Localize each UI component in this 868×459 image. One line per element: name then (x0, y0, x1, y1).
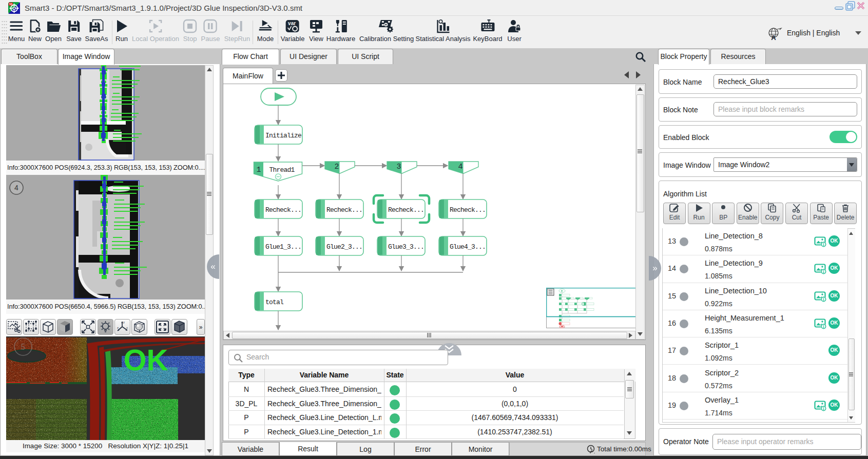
svg-text:Recheck...: Recheck... (326, 206, 362, 214)
svg-text:Glue4_3...: Glue4_3... (450, 243, 486, 251)
svg-text:Initialize: Initialize (265, 132, 301, 139)
svg-text:2: 2 (334, 163, 339, 171)
svg-text:Glue3_3...: Glue3_3... (388, 243, 424, 251)
svg-text:var: var (288, 21, 296, 26)
svg-text:Glue2_3...: Glue2_3... (326, 243, 362, 251)
svg-text:OK: OK (124, 343, 168, 376)
svg-text:x: x (126, 326, 128, 329)
svg-text:Recheck...: Recheck... (388, 206, 424, 214)
svg-text:Recheck...: Recheck... (450, 206, 486, 214)
svg-text:z: z (117, 326, 119, 329)
svg-text:1: 1 (256, 166, 261, 174)
svg-text:Recheck...: Recheck... (265, 206, 301, 214)
svg-text:Thread1: Thread1 (269, 166, 295, 174)
svg-text:total: total (265, 298, 284, 306)
svg-text:y: y (123, 321, 125, 324)
svg-text:4: 4 (14, 184, 18, 192)
svg-text:Glue1_3...: Glue1_3... (265, 243, 301, 251)
svg-text:A: A (771, 34, 776, 41)
svg-text:4: 4 (458, 163, 462, 171)
svg-text:5: 5 (21, 343, 26, 351)
svg-text:3: 3 (396, 163, 401, 171)
